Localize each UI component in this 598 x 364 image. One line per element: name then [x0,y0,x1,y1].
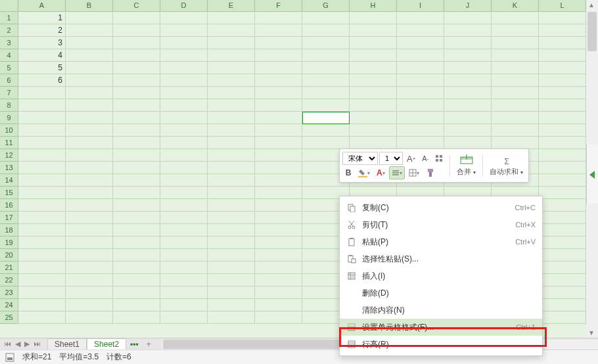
cell[interactable] [66,187,113,199]
row-header[interactable]: 23 [0,286,18,299]
cell[interactable] [255,224,302,237]
cell[interactable] [302,49,350,62]
cell[interactable] [539,37,586,49]
cell[interactable] [66,224,113,237]
cell[interactable] [208,12,255,24]
cell[interactable] [18,87,66,99]
cell[interactable] [66,124,113,137]
cell[interactable] [208,99,255,112]
cell[interactable] [302,62,350,74]
cell[interactable] [302,37,350,49]
row-header[interactable]: 8 [0,99,18,112]
align-button[interactable]: ▾ [389,166,405,179]
cell[interactable] [302,12,350,24]
cell[interactable] [66,274,113,286]
cell[interactable] [397,49,444,62]
cell[interactable] [255,162,302,174]
cell[interactable] [255,174,302,187]
sheet-tab[interactable]: Sheet2 [87,338,126,350]
cell[interactable] [302,87,350,99]
cell[interactable] [444,37,492,49]
cell[interactable] [160,37,208,49]
cell[interactable] [255,149,302,162]
cell[interactable] [208,224,255,237]
cell[interactable] [66,37,113,49]
cell[interactable] [492,137,539,149]
cell[interactable] [66,311,113,324]
cell[interactable]: 1 [18,12,66,24]
cell[interactable] [160,262,208,274]
cell[interactable] [160,87,208,99]
cell[interactable]: 2 [18,24,66,37]
cell[interactable] [208,299,255,311]
cell[interactable] [160,237,208,249]
cell[interactable] [255,274,302,286]
cell[interactable] [18,149,66,162]
cell[interactable] [397,12,444,24]
font-family-select[interactable]: 宋体 [342,152,378,165]
cell[interactable] [66,112,113,124]
cell[interactable] [66,87,113,99]
row-header[interactable]: 7 [0,87,18,99]
cell[interactable] [66,212,113,224]
cell[interactable] [539,137,586,149]
cell[interactable] [444,124,492,137]
cell[interactable] [18,311,66,324]
context-menu-item[interactable]: 粘贴(P)Ctrl+V [340,233,542,250]
font-color-button[interactable]: A▾ [374,166,388,179]
cell[interactable] [66,299,113,311]
context-menu-item[interactable]: 复制(C)Ctrl+C [340,199,542,216]
cell[interactable] [302,99,350,112]
expand-panel-icon[interactable] [589,171,595,179]
cell[interactable] [66,149,113,162]
cell[interactable] [255,87,302,99]
border-button[interactable]: ▾ [406,166,422,179]
row-header[interactable]: 9 [0,112,18,124]
cell[interactable] [539,99,586,112]
cell[interactable] [539,49,586,62]
cell[interactable] [492,74,539,87]
autosum-button[interactable]: Σ 自动求和 ▾ [487,153,526,178]
cell[interactable] [444,12,492,24]
cell[interactable] [160,149,208,162]
cell[interactable] [539,87,586,99]
cell[interactable] [492,124,539,137]
row-header[interactable]: 10 [0,124,18,137]
cell[interactable] [18,112,66,124]
row-header[interactable]: 6 [0,74,18,87]
cell[interactable] [18,187,66,199]
cell[interactable] [255,237,302,249]
tab-nav-prev-icon[interactable]: ◀ [14,340,22,348]
cell[interactable] [255,299,302,311]
row-header[interactable]: 21 [0,262,18,274]
cell[interactable] [113,62,160,74]
cell[interactable] [113,212,160,224]
cell[interactable] [113,24,160,37]
cell[interactable] [539,199,586,212]
cell[interactable] [350,24,397,37]
cell[interactable] [539,262,586,274]
cell[interactable] [113,187,160,199]
cell[interactable] [350,137,397,149]
cell[interactable] [18,299,66,311]
cell[interactable] [302,74,350,87]
cell[interactable] [113,174,160,187]
row-header[interactable]: 24 [0,299,18,311]
cell[interactable] [444,49,492,62]
cell[interactable] [18,99,66,112]
cell[interactable] [113,87,160,99]
cell[interactable] [66,237,113,249]
context-menu-item[interactable]: 选择性粘贴(S)... [340,250,542,267]
column-header[interactable]: D [160,0,208,12]
cell[interactable] [208,149,255,162]
cell[interactable] [113,149,160,162]
cell[interactable] [113,286,160,299]
cell[interactable] [113,162,160,174]
cell[interactable] [255,99,302,112]
cell[interactable] [350,74,397,87]
cell[interactable] [255,49,302,62]
cell[interactable] [255,249,302,262]
column-header[interactable]: E [208,0,255,12]
row-header[interactable]: 14 [0,174,18,187]
row-header[interactable]: 17 [0,212,18,224]
